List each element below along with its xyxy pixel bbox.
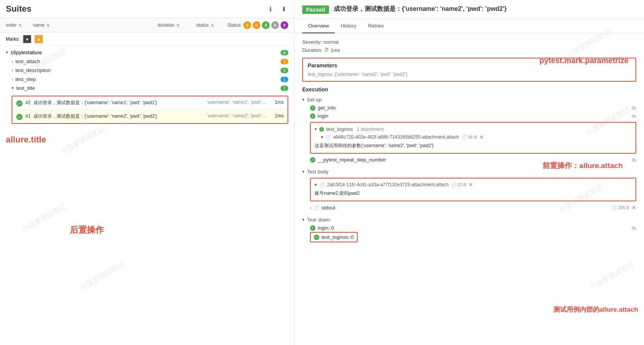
step-get-info[interactable]: ✓ get_info 0s (302, 104, 636, 112)
suite-list: ▾ 16pytestallure 8 › test_attach 2 › tes… (0, 46, 294, 345)
header-icons: ℹ ⬇ (266, 4, 288, 14)
testloginss-header[interactable]: ▾ ✓ test_loginss 1 attachment (315, 125, 632, 133)
step-login-0[interactable]: ✓ login::0 0s (302, 224, 636, 232)
param-value: {'username': 'name2', 'pwd': 'pwd2'} (335, 72, 407, 77)
chevron-down-icon: ▾ (315, 127, 317, 132)
status-count-1: 0 (253, 21, 260, 29)
suite-test-title[interactable]: ▾ test_title 2 (0, 84, 294, 93)
severity-row: Severity: normal (302, 39, 636, 45)
test-name-2: #2 成功登录，测试数据是：{'username': 'name1', 'pwd… (26, 100, 204, 106)
suite-count-1: 1 (281, 77, 288, 82)
suites-title: Suites (6, 4, 31, 14)
execution-title: Execution (302, 86, 636, 93)
mark-circle-button[interactable]: ● (23, 35, 31, 43)
file-icon: 📄 (325, 135, 331, 140)
status-count-4: 0 (281, 21, 288, 29)
step-passed-icon: ✓ (314, 235, 319, 240)
setup-section: ▾ Set up ✓ get_info 0s ✓ login 0s ▾ ✓ te… (302, 96, 636, 164)
suite-count-2: 2 (281, 86, 288, 91)
tab-overview[interactable]: Overview (302, 19, 335, 33)
test-body-box: ▾ 📄 2afc5f14-11fc-4c91-a33a-a77f132e3723… (310, 178, 636, 201)
test-duration-1: 1ms (272, 113, 284, 118)
name-sort-icon: ⇅ (46, 23, 50, 27)
step-passed-icon: ✓ (310, 157, 315, 163)
col-order[interactable]: order ⇅ (6, 22, 33, 28)
close-icon[interactable]: ✕ (479, 134, 484, 140)
suite-count-8: 8 (281, 50, 288, 55)
suite-test-attach[interactable]: › test_attach 2 (0, 57, 294, 66)
stdout-row[interactable]: › 📄 stdout 📄 156 B ✕ (302, 203, 636, 212)
attachment-file-row[interactable]: ▾ 📄 a946c720-402e-482f-a686-7143165b8255… (315, 133, 632, 141)
testbody-content: 账号name2,密码pwd2 (315, 189, 632, 198)
suite-test-step[interactable]: › test_step 1 (0, 75, 294, 84)
test-title-box: ✓ #2 成功登录，测试数据是：{'username': 'name1', 'p… (12, 96, 288, 124)
suite-count-3: 3 (281, 68, 288, 73)
test-row-1[interactable]: ✓ #1 成功登录，测试数据是：{'username': 'name2', 'p… (12, 110, 288, 123)
teardown-section: ▾ Tear down ✓ login::0 0s ✓ test_loginss… (302, 216, 636, 242)
suite-16pytestallure[interactable]: ▾ 16pytestallure 8 (0, 48, 294, 57)
testbody-size: 📄 22 B (451, 182, 467, 187)
passed-icon: ✓ (16, 114, 22, 120)
chevron-down-icon: ▾ (302, 169, 305, 174)
file-size-icon: 📄 (461, 135, 467, 140)
stdout-size: 📄 156 B (611, 205, 629, 210)
col-name[interactable]: name ⇅ (33, 22, 158, 28)
close-icon[interactable]: ✕ (632, 204, 636, 211)
test-duration-2: 1ms (272, 100, 284, 105)
col-duration[interactable]: duration ⇅ (158, 22, 196, 28)
status-count-0: 0 (243, 21, 251, 29)
file-size-icon: 📄 (611, 205, 617, 210)
test-row-2[interactable]: ✓ #2 成功登录，测试数据是：{'username': 'name1', 'p… (12, 96, 288, 110)
annotation-allure-title: allure.title (0, 127, 294, 147)
setup-header[interactable]: ▾ Set up (302, 96, 636, 104)
chevron-right-icon: › (12, 77, 13, 82)
param-row: test_loginss: {'username': 'name2', 'pwd… (308, 72, 631, 77)
annotation-internal-attach: 测试用例内部的allure.attach (553, 305, 638, 314)
testloginss-box: ▾ ✓ test_loginss 1 attachment ▾ 📄 a946c7… (310, 122, 636, 154)
testbody-file-row[interactable]: ▾ 📄 2afc5f14-11fc-4c91-a33a-a77f132e3723… (315, 181, 632, 189)
step-login[interactable]: ✓ login 0s (302, 112, 636, 120)
tab-history[interactable]: History (335, 19, 362, 33)
step-passed-icon: ✓ (310, 225, 315, 231)
attachment-count: 1 attachment (357, 127, 384, 132)
col-status[interactable]: status ⇅ (196, 22, 227, 28)
step-passed-icon: ✓ (319, 127, 324, 132)
annotation-attach: 前置操作：allure.attach (542, 161, 623, 171)
test-params-1: 'username': 'name2', 'pwd':… (207, 113, 269, 118)
mark-triangle-button[interactable]: ▲ (34, 35, 43, 43)
annotation-houzhicaozuo: 后置操作 (0, 147, 294, 238)
chevron-down-icon: ▾ (302, 217, 305, 222)
info-icon[interactable]: ℹ (266, 4, 275, 14)
tab-retries[interactable]: Retries (362, 19, 390, 33)
chevron-right-icon: › (12, 59, 13, 64)
marks-row: Marks: ● ▲ (0, 33, 294, 46)
teardown-header[interactable]: ▾ Tear down (302, 216, 636, 224)
close-icon[interactable]: ✕ (468, 182, 473, 188)
duration-row: Duration: ⏱ 1ms (302, 47, 636, 53)
attachment-content: 这是测试用例传的参数{'username': 'name2', 'pwd': '… (315, 141, 632, 151)
suite-test-description[interactable]: › test_description 3 (0, 66, 294, 75)
status-bar: Status: 0 0 8 0 0 (227, 21, 288, 29)
chevron-right-icon: › (12, 68, 13, 73)
step-passed-icon: ✓ (310, 113, 315, 119)
chevron-down-icon: ▾ (12, 86, 14, 91)
status-count-2: 8 (262, 21, 270, 29)
table-header: order ⇅ name ⇅ duration ⇅ status ⇅ Statu… (0, 18, 294, 33)
suite-count-2: 2 (281, 59, 288, 64)
test-params-2: 'username': 'name1', 'pwd':… (207, 100, 269, 105)
left-panel: 小菠萝测试笔记 小菠萝测试笔记 小菠萝测试笔记 小菠萝测试笔记 Suites ℹ… (0, 0, 294, 345)
order-sort-icon: ⇅ (19, 23, 22, 27)
attachment-size: 📄 66 B (461, 135, 477, 140)
file-icon: 📄 (319, 182, 325, 187)
passed-badge: Passed (302, 5, 329, 14)
test-name-1: #1 成功登录，测试数据是：{'username': 'name2', 'pwd… (26, 113, 204, 120)
download-icon[interactable]: ⬇ (279, 4, 288, 14)
param-key: test_loginss: (308, 72, 334, 77)
result-tabs: Overview History Retries (294, 19, 644, 33)
chevron-right-icon: › (310, 205, 312, 210)
passed-icon: ✓ (16, 100, 22, 106)
annotation-parametrize: pytest.mark.parametrize (539, 56, 629, 65)
step-testloginss-0[interactable]: ✓ test_loginss::0 (310, 232, 358, 242)
result-header: Passed 成功登录，测试数据是：{'username': 'name2', … (294, 0, 644, 19)
right-panel: 小菠萝测试笔记 小菠萝测试笔记 小菠萝测试笔记 小菠萝测试笔记 pytest.m… (294, 0, 644, 345)
